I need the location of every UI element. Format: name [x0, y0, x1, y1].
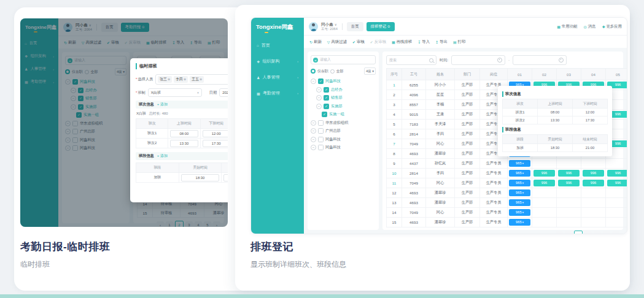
expand-icon[interactable]: −	[311, 137, 316, 142]
expand-icon[interactable]: −	[311, 128, 316, 134]
avatar[interactable]	[309, 22, 318, 31]
tree-level-select[interactable]: 4级 ▾	[364, 67, 376, 75]
tree-node-同鑫科技[interactable]: −同鑫科技	[311, 136, 376, 144]
tree-node-总经办[interactable]: −✓总经办	[311, 86, 376, 94]
table-row[interactable]: 94437孙忆岚生产部生产专员965▾	[387, 159, 628, 169]
shift-chip-965[interactable]: 965▾	[509, 160, 530, 167]
time-input[interactable]: 21:00	[223, 174, 228, 181]
table-row[interactable]: 102814李四生产部生产专员965▾996996996996996	[387, 169, 628, 178]
toolbar-打印[interactable]: ▤打印	[453, 39, 465, 45]
tree-node-同鑫科技[interactable]: −同鑫科技	[311, 143, 376, 152]
quicklink-消息[interactable]: ◎消息	[583, 24, 596, 29]
sidebar-item-考勤管理[interactable]: ▦考勤管理›	[251, 85, 304, 101]
toolbar-审核[interactable]: ✔审核	[352, 39, 365, 45]
toolbar-导出[interactable]: ↥导出	[435, 39, 448, 45]
shift-chip-965[interactable]: 965▾	[509, 209, 530, 216]
time-input[interactable]: 08:00	[170, 130, 198, 137]
checkbox[interactable]: ✓	[324, 104, 329, 109]
shift-chip-996[interactable]: 996	[607, 180, 627, 186]
prev-page-button[interactable]: ‹	[556, 231, 563, 234]
expand-icon[interactable]: −	[316, 95, 322, 101]
toolbar-导入[interactable]: ↧导入	[417, 39, 430, 45]
checkbox[interactable]	[318, 137, 324, 142]
page-button-3[interactable]: 3	[584, 231, 592, 234]
add-segment-button[interactable]: + 添加	[157, 153, 168, 159]
toolbar-画线排班[interactable]: ▦画线排班	[392, 39, 412, 45]
tab-schedule-register[interactable]: 排班登记⊙	[367, 22, 395, 31]
shift-chip-965[interactable]: 965▾	[509, 170, 530, 177]
checkbox[interactable]: ✓	[324, 95, 329, 101]
column-header-工号: 工号	[402, 69, 426, 80]
time-input[interactable]: 13:30	[170, 140, 198, 147]
radio-active-only[interactable]	[311, 69, 316, 74]
radio-all[interactable]	[330, 69, 335, 74]
checkbox[interactable]: ✓	[322, 112, 327, 117]
toolbar-刷新[interactable]: ↻刷新	[309, 39, 322, 45]
table-row[interactable]: 147049同心生产部生产专员965▾	[387, 208, 628, 218]
remove-icon[interactable]: ⊗	[184, 77, 186, 81]
expand-icon[interactable]: −	[311, 145, 316, 150]
checkbox[interactable]: ✓	[324, 87, 329, 93]
sidebar-item-首页[interactable]: ⌂首页	[251, 37, 304, 53]
search-input[interactable]: 搜索	[386, 55, 436, 65]
page-button-5[interactable]: 5	[603, 231, 610, 234]
person-tag-张三[interactable]: 张三⊗	[158, 76, 172, 83]
expand-icon[interactable]: −	[316, 87, 322, 93]
checkbox[interactable]	[318, 145, 324, 150]
quicklink-更多应用[interactable]: ✚更多应用	[602, 24, 622, 29]
expand-icon[interactable]: −	[311, 78, 316, 84]
user-name[interactable]: 同小鑫 ∨	[321, 22, 338, 27]
time-input[interactable]: 17:30	[203, 140, 228, 147]
toolbar-高级过滤[interactable]: ▽高级过滤	[327, 39, 347, 45]
checkbox[interactable]	[318, 120, 324, 126]
quicklink-常用功能[interactable]: ▦常用功能	[557, 24, 577, 29]
shift-chip-965[interactable]: 965▾	[509, 180, 530, 186]
shift-chip-996[interactable]: 996	[533, 180, 555, 186]
date-picker[interactable]: 2024-06	[219, 88, 228, 97]
remove-icon[interactable]: ⊗	[200, 77, 202, 81]
tree-search-input[interactable]: «请输入	[311, 55, 376, 64]
tab-home[interactable]: 首页	[347, 22, 363, 31]
tree-node-同鑫科技[interactable]: −✓同鑫科技	[311, 77, 376, 86]
shift-chip-996[interactable]: 996	[583, 180, 604, 186]
shift-chip-965[interactable]: 965▾	[509, 199, 530, 206]
shift-chip-996[interactable]: 996	[558, 170, 580, 177]
shift-chip-965[interactable]: 965▾	[509, 189, 530, 196]
add-shift-button[interactable]: + 添加	[157, 102, 168, 107]
cell: 班次1	[136, 129, 168, 139]
next-page-button[interactable]: ›	[612, 231, 619, 234]
shift-chip-996[interactable]: 996	[583, 170, 604, 177]
collapse-all-icon[interactable]: «	[313, 58, 318, 63]
tree-node-实施部[interactable]: −✓实施部	[311, 102, 376, 111]
time-input[interactable]: 12:00	[203, 130, 228, 137]
time-input[interactable]: 18:30	[181, 174, 220, 181]
table-row[interactable]: 154693潘翠珍生产部生产专员965▾	[387, 218, 628, 227]
page-button-4[interactable]: 4	[594, 231, 601, 234]
person-tag-王五[interactable]: 王五⊗	[190, 76, 204, 83]
shift-chip-965[interactable]: 965▾	[509, 219, 530, 226]
person-tag-李四[interactable]: 李四⊗	[174, 76, 188, 83]
tree-node-广州总部[interactable]: −广州总部	[311, 127, 376, 136]
checkbox[interactable]	[318, 128, 324, 134]
page-button-1[interactable]: 1	[565, 231, 572, 234]
shift-system-select[interactable]: X白班▾	[148, 88, 202, 97]
table-row[interactable]: 134693潘翠珍生产部生产专员965▾	[387, 198, 628, 208]
table-row[interactable]: 124693潘翠珍生产部生产专员965▾	[387, 188, 628, 198]
date-to-input[interactable]	[513, 55, 567, 65]
shift-chip-996[interactable]: 996	[558, 180, 580, 186]
tree-node-华东虚拟组织[interactable]: −华东虚拟组织	[311, 119, 376, 128]
tree-node-实施一组[interactable]: ✓实施一组	[311, 110, 376, 119]
shift-chip-996[interactable]: 996	[607, 170, 627, 177]
remove-icon[interactable]: ⊗	[168, 77, 170, 81]
expand-icon[interactable]: −	[311, 120, 316, 126]
shift-chip-996[interactable]: 996	[533, 170, 555, 177]
expand-icon[interactable]: −	[316, 104, 322, 109]
page-button-2[interactable]: 2	[574, 231, 583, 234]
table-row[interactable]: 117049同心生产部生产专员965▾996996996996996	[387, 178, 628, 188]
checkbox[interactable]: ✓	[318, 78, 324, 84]
date-from-input[interactable]	[451, 55, 505, 65]
sidebar-item-人事管理[interactable]: ♟人事管理›	[251, 69, 304, 85]
tree-node-销售部[interactable]: −✓销售部	[311, 94, 376, 102]
sidebar-item-组织架构[interactable]: ❖组织架构›	[251, 53, 304, 69]
person-select-input[interactable]: 张三⊗李四⊗王五⊗	[155, 74, 228, 85]
